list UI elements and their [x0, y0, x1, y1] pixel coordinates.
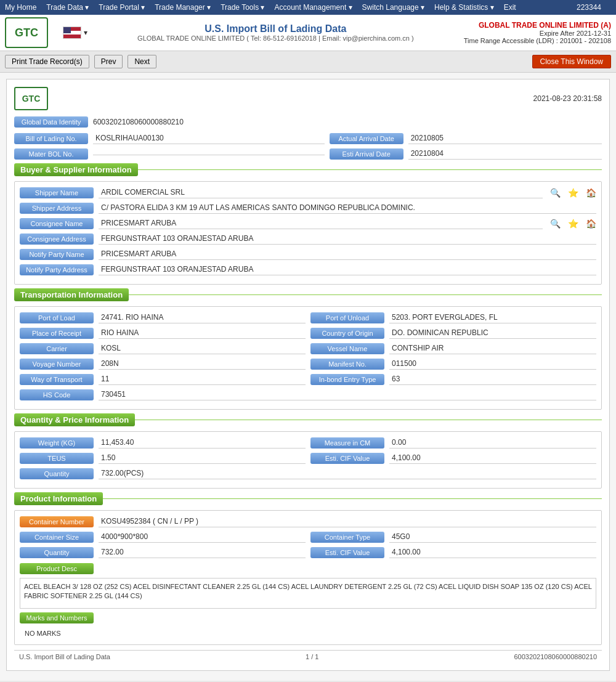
- hs-code-row: HS Code 730451: [20, 389, 596, 400]
- port-of-load-label: Port of Load: [20, 312, 94, 323]
- nav-counter: 223344: [577, 3, 601, 12]
- nav-switch-language[interactable]: Switch Language ▾: [362, 3, 424, 12]
- logo-box: GTC: [5, 17, 48, 48]
- shipper-address-row: Shipper Address C/ PASTORA ELIDA 3 KM 19…: [20, 202, 596, 214]
- container-type-value: 45G0: [389, 531, 596, 543]
- notify-party-name-value: PRICESMART ARUBA: [99, 248, 596, 260]
- record-header: GTC 2021-08-23 20:31:58: [14, 87, 602, 110]
- weight-kg-label: Weight (KG): [20, 437, 94, 449]
- shipper-name-label: Shipper Name: [20, 187, 94, 198]
- footer-left: U.S. Import Bill of Lading Data: [19, 653, 110, 660]
- subtitle: GLOBAL TRADE ONLINE LIMITED ( Tel: 86-51…: [87, 35, 464, 42]
- bol-value: KOSLRIHAUA00130: [93, 132, 325, 144]
- record-card: GTC 2021-08-23 20:31:58 Global Data Iden…: [6, 79, 610, 671]
- buyer-supplier-section-header: Buyer & Supplier Information: [14, 163, 602, 176]
- consignee-home-icon[interactable]: 🏠: [586, 219, 596, 229]
- nav-trade-data[interactable]: Trade Data ▾: [46, 3, 89, 12]
- hs-code-value: 730451: [99, 389, 596, 400]
- flag-area[interactable]: ▾: [63, 26, 87, 39]
- product-desc-row: Product Desc: [20, 562, 596, 574]
- notify-party-name-label: Notify Party Name: [20, 249, 94, 260]
- nav-trade-manager[interactable]: Trade Manager ▾: [155, 3, 211, 12]
- voyage-number-label: Voyage Number: [20, 359, 94, 370]
- shipper-name-row: Shipper Name ARDIL COMERCIAL SRL 🔍 ⭐ 🏠: [20, 187, 596, 198]
- shipper-search-icon[interactable]: 🔍: [550, 188, 561, 198]
- port-of-unload-value: 5203. PORT EVERGLADES, FL: [389, 312, 596, 323]
- product-section-header: Product Information: [14, 492, 602, 505]
- us-flag: [63, 26, 81, 39]
- product-title: Product Information: [14, 492, 103, 505]
- record-logo-box: GTC: [14, 87, 48, 110]
- container-size-label: Container Size: [20, 532, 94, 543]
- notify-party-address-row: Notify Party Address FERGUNSTRAAT 103 OR…: [20, 264, 596, 275]
- port-of-unload-label: Port of Unload: [310, 312, 384, 323]
- transportation-line: [129, 294, 602, 295]
- in-bond-entry-type-value: 63: [389, 373, 596, 385]
- carrier-vessel-row: Carrier KOSL Vessel Name CONTSHIP AIR: [20, 343, 596, 354]
- shipper-address-label: Shipper Address: [20, 203, 94, 214]
- print-button-top[interactable]: Print Trade Record(s): [5, 55, 89, 68]
- transportation-title: Transportation Information: [14, 288, 129, 301]
- consignee-name-label: Consignee Name: [20, 218, 94, 229]
- shipper-star-icon[interactable]: ⭐: [568, 188, 578, 198]
- esti-arrival-date-value: 20210804: [408, 148, 602, 160]
- buyer-supplier-title: Buyer & Supplier Information: [14, 163, 138, 176]
- buyer-supplier-box: Shipper Name ARDIL COMERCIAL SRL 🔍 ⭐ 🏠 S…: [14, 181, 602, 285]
- place-of-receipt-label: Place of Receipt: [20, 328, 94, 339]
- actual-arrival-date-label: Actual Arrival Date: [330, 133, 403, 144]
- consignee-name-value: PRICESMART ARUBA: [99, 217, 543, 229]
- nav-exit[interactable]: Exit: [504, 3, 516, 12]
- vessel-name-value: CONTSHIP AIR: [389, 343, 596, 354]
- transportation-box: Port of Load 24741. RIO HAINA Port of Un…: [14, 306, 602, 410]
- port-load-unload-row: Port of Load 24741. RIO HAINA Port of Un…: [20, 312, 596, 323]
- product-esti-cif-label: Esti. CIF Value: [310, 547, 384, 558]
- product-desc-label: Product Desc: [20, 563, 94, 574]
- quantity-price-title: Quantity & Price Information: [14, 413, 135, 426]
- vessel-name-label: Vessel Name: [310, 343, 384, 354]
- footer-middle: 1 / 1: [306, 653, 318, 660]
- marks-numbers-value: NO MARKS: [20, 627, 596, 639]
- bol-row: Bill of Lading No. KOSLRIHAUA00130 Actua…: [14, 132, 602, 144]
- quantity-price-box: Weight (KG) 11,453.40 Measure in CM 0.00…: [14, 431, 602, 489]
- quantity-row: Quantity 732.00(PCS): [20, 468, 596, 479]
- title-area: U.S. Import Bill of Lading Data GLOBAL T…: [87, 23, 464, 42]
- quantity-value: 732.00(PCS): [99, 468, 596, 479]
- notify-party-address-value: FERGUNSTRAAT 103 ORANJESTAD ARUBA: [99, 264, 596, 275]
- prev-button-top[interactable]: Prev: [94, 55, 123, 68]
- actual-arrival-date-value: 20210805: [408, 132, 602, 144]
- notify-party-address-label: Notify Party Address: [20, 264, 94, 275]
- voyage-manifest-row: Voyage Number 208N Manifest No. 011500: [20, 358, 596, 370]
- transportation-section-header: Transportation Information: [14, 288, 602, 301]
- consignee-search-icon[interactable]: 🔍: [550, 219, 561, 229]
- consignee-star-icon[interactable]: ⭐: [568, 219, 578, 229]
- way-of-transport-value: 11: [99, 373, 306, 385]
- manifest-no-label: Manifest No.: [310, 359, 384, 370]
- product-desc-value: ACEL BLEACH 3/ 128 OZ (252 CS) ACEL DISI…: [20, 578, 596, 609]
- shipper-home-icon[interactable]: 🏠: [586, 188, 596, 198]
- marks-numbers-label: Marks and Numbers: [20, 612, 94, 623]
- company-info: GLOBAL TRADE ONLINE LIMITED (A) Expire A…: [464, 21, 611, 44]
- record-logo-text: GTC: [22, 94, 41, 104]
- record-date: 2021-08-23 20:31:58: [533, 94, 602, 103]
- product-quantity-cif-row: Quantity 732.00 Esti. CIF Value 4,100.00: [20, 546, 596, 558]
- nav-my-home[interactable]: My Home: [5, 3, 36, 12]
- product-quantity-label: Quantity: [20, 547, 94, 558]
- carrier-label: Carrier: [20, 343, 94, 354]
- nav-trade-portal[interactable]: Trade Portal ▾: [99, 3, 145, 12]
- top-nav: My Home Trade Data ▾ Trade Portal ▾ Trad…: [0, 0, 616, 15]
- quantity-label: Quantity: [20, 468, 94, 479]
- teus-cif-row: TEUS 1.50 Esti. CIF Value 4,100.00: [20, 452, 596, 464]
- nav-help-statistics[interactable]: Help & Statistics ▾: [434, 3, 494, 12]
- nav-buttons-top: Prev Next: [94, 55, 156, 68]
- consignee-address-value: FERGUNSTRAAT 103 ORANJESTAD ARUBA: [99, 233, 596, 245]
- next-button-top[interactable]: Next: [128, 55, 156, 68]
- close-button-top[interactable]: Close This Window: [532, 55, 611, 68]
- marks-numbers-row: Marks and Numbers: [20, 612, 596, 623]
- nav-account-management[interactable]: Account Management ▾: [275, 3, 352, 12]
- consignee-address-row: Consignee Address FERGUNSTRAAT 103 ORANJ…: [20, 233, 596, 245]
- product-esti-cif-value: 4,100.00: [389, 546, 596, 558]
- container-number-value: KOSU4952384 ( CN / L / PP ): [99, 516, 596, 527]
- container-number-row: Container Number KOSU4952384 ( CN / L / …: [20, 516, 596, 527]
- nav-trade-tools[interactable]: Trade Tools ▾: [221, 3, 264, 12]
- transport-inbond-row: Way of Transport 11 In-bond Entry Type 6…: [20, 373, 596, 385]
